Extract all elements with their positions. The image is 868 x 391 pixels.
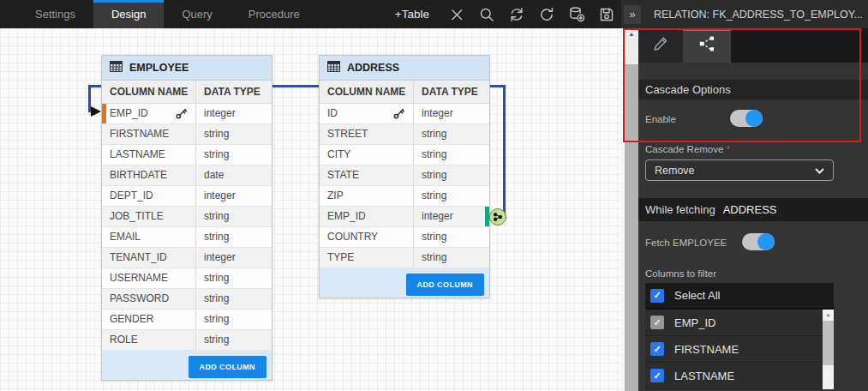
enable-toggle[interactable] — [730, 110, 763, 127]
filter-list-scrollbar[interactable]: ▲ — [823, 310, 834, 389]
column-name-header: COLUMN NAME — [320, 81, 414, 103]
toolbar-tab-procedure[interactable]: Procedure — [230, 0, 318, 28]
column-name-cell: LASTNAME — [102, 145, 196, 165]
column-type: string — [196, 268, 272, 288]
filter-row-lastname[interactable]: ✓LASTNAME — [645, 363, 834, 389]
column-type: string — [196, 124, 272, 144]
toolbar-tab-settings[interactable]: Settings — [17, 0, 93, 28]
cascade-remove-select[interactable]: Remove — [645, 159, 834, 181]
column-name: LASTNAME — [110, 145, 165, 165]
add-column-button[interactable]: ADD COLUMN — [189, 356, 267, 378]
column-row-city[interactable]: CITYstring — [320, 145, 489, 165]
column-row-firstname[interactable]: FIRSTNAMEstring — [102, 124, 272, 145]
column-row-id[interactable]: IDinteger — [320, 104, 489, 124]
column-row-password[interactable]: PASSWORDstring — [102, 289, 272, 310]
collapse-panel-icon[interactable]: » — [624, 5, 641, 24]
add-column-button[interactable]: ADD COLUMN — [406, 274, 485, 296]
column-row-gender[interactable]: GENDERstring — [102, 310, 272, 330]
column-type: string — [414, 165, 489, 185]
column-name-cell: DEPT_ID — [102, 186, 196, 206]
column-row-tenant_id[interactable]: TENANT_IDinteger — [102, 248, 272, 268]
column-row-job_title[interactable]: JOB_TITLEstring — [102, 207, 272, 227]
column-row-type[interactable]: TYPEstring — [320, 248, 489, 268]
column-row-state[interactable]: STATEstring — [320, 165, 489, 186]
column-type: string — [196, 207, 272, 226]
toolbar-tab-design[interactable]: Design — [93, 0, 164, 28]
filter-column-label: EMP_ID — [674, 316, 715, 329]
column-name-cell: CITY — [320, 145, 414, 165]
column-name: FIRSTNAME — [110, 124, 169, 144]
relation-icon — [697, 34, 716, 57]
tab-relation[interactable] — [683, 28, 731, 63]
column-type: string — [414, 186, 489, 206]
column-name-cell: EMP_ID — [320, 207, 414, 226]
column-name-cell: ROLE — [102, 330, 196, 350]
column-type: string — [414, 227, 489, 247]
save-icon[interactable] — [591, 0, 621, 28]
toolbar-actions — [441, 0, 621, 28]
column-type: integer — [196, 248, 272, 268]
relation-properties-panel: » RELATION: FK_ADDRESS_TO_EMPLOY... ▲ — [621, 0, 868, 391]
while-fetching-label: While fetching — [645, 203, 715, 216]
relation-arrow-icon — [91, 106, 101, 117]
foreign-key-connector-icon[interactable] — [489, 208, 506, 226]
select-all-checkbox[interactable]: ✓ — [650, 289, 664, 303]
column-row-username[interactable]: USERNAMEstring — [102, 268, 272, 289]
column-row-emp_id[interactable]: EMP_IDinteger — [320, 207, 489, 227]
column-row-dept_id[interactable]: DEPT_IDinteger — [102, 186, 272, 207]
top-toolbar: SettingsDesignQueryProcedure +Table — [0, 0, 621, 28]
export-db-icon[interactable] — [561, 0, 591, 28]
select-value: Remove — [655, 165, 815, 177]
column-row-country[interactable]: COUNTRYstring — [320, 227, 489, 248]
filter-rows-container: ✓EMP_ID✓FIRSTNAME✓LASTNAME — [645, 310, 834, 389]
column-row-birthdate[interactable]: BIRTHDATEdate — [102, 165, 272, 186]
panel-header: » RELATION: FK_ADDRESS_TO_EMPLOY... — [621, 0, 868, 28]
fetch-employee-toggle[interactable] — [742, 233, 775, 250]
scrollbar-up-icon[interactable]: ▲ — [823, 310, 834, 321]
filter-row-firstname[interactable]: ✓FIRSTNAME — [645, 336, 834, 363]
search-icon[interactable] — [471, 0, 501, 28]
column-type: string — [196, 330, 272, 350]
scrollbar-thumb[interactable] — [823, 321, 834, 365]
table-address-header[interactable]: ADDRESS — [320, 56, 489, 81]
column-row-zip[interactable]: ZIPstring — [320, 186, 489, 207]
column-row-street[interactable]: STREETstring — [320, 124, 489, 145]
column-type: string — [196, 289, 272, 309]
data-type-header: DATA TYPE — [414, 81, 489, 103]
add-table-button[interactable]: +Table — [395, 8, 429, 21]
while-fetching-table-name: ADDRESS — [723, 203, 777, 216]
scrollbar-up-icon[interactable]: ▲ — [625, 28, 638, 40]
tab-edit-column[interactable] — [638, 28, 683, 63]
pencil-icon — [652, 35, 669, 56]
column-row-lastname[interactable]: LASTNAMEstring — [102, 145, 272, 165]
sync-icon[interactable] — [501, 0, 531, 28]
column-row-emp_id[interactable]: EMP_IDinteger — [102, 104, 272, 124]
scrollbar-thumb[interactable] — [625, 64, 638, 391]
table-address[interactable]: ADDRESS COLUMN NAME DATA TYPE IDintegerS… — [319, 55, 490, 298]
filter-row-emp_id[interactable]: ✓EMP_ID — [645, 310, 834, 336]
column-row-email[interactable]: EMAILstring — [102, 227, 272, 248]
select-all-row[interactable]: ✓ Select All — [645, 283, 834, 310]
refresh-icon[interactable] — [531, 0, 561, 28]
panel-scrollbar[interactable]: ▲ — [625, 28, 638, 391]
column-name-cell: JOB_TITLE — [102, 207, 196, 226]
table-employee-header[interactable]: EMPLOYEE — [102, 56, 272, 81]
table-employee[interactable]: EMPLOYEE COLUMN NAME DATA TYPE EMP_IDint… — [101, 55, 272, 381]
checkbox-firstname[interactable]: ✓ — [650, 342, 664, 356]
toolbar-tab-query[interactable]: Query — [164, 0, 230, 28]
panel-spacer — [638, 63, 868, 80]
column-row-role[interactable]: ROLEstring — [102, 330, 272, 351]
column-name-cell: PASSWORD — [102, 289, 196, 309]
table-title: EMPLOYEE — [129, 62, 189, 74]
column-type: integer — [414, 104, 489, 123]
checkbox-lastname[interactable]: ✓ — [650, 369, 664, 382]
column-name: EMP_ID — [327, 207, 366, 226]
table-grid-icon — [110, 61, 123, 75]
columns-filter-list: ✓ Select All ✓EMP_ID✓FIRSTNAME✓LASTNAME … — [645, 283, 834, 389]
column-name: USERNAME — [110, 268, 168, 288]
column-name: ZIP — [327, 186, 344, 206]
column-name: PASSWORD — [110, 289, 169, 309]
primary-key-icon — [176, 108, 187, 119]
close-icon[interactable] — [441, 0, 471, 28]
database-designer-app: SettingsDesignQueryProcedure +Table — [0, 0, 868, 391]
